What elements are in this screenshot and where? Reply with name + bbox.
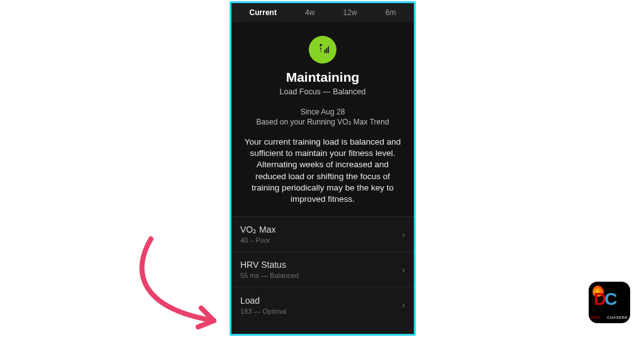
watermark-logo: DC DIGI CHASERS (589, 282, 630, 323)
status-title: Maintaining (286, 70, 360, 85)
svg-rect-1 (325, 50, 326, 53)
runner-bars-icon (316, 43, 330, 57)
svg-point-0 (319, 44, 322, 47)
status-badge (309, 36, 336, 64)
annotation-arrow (113, 233, 245, 337)
svg-rect-3 (328, 47, 329, 53)
metric-title: Load (240, 296, 286, 306)
metric-sub: 183 — Optimal (240, 307, 286, 315)
chevron-right-icon: › (402, 300, 405, 310)
svg-rect-2 (326, 48, 328, 53)
tab-12w[interactable]: 12w (337, 6, 364, 19)
chevron-right-icon: › (402, 229, 405, 240)
metric-row-vo2max[interactable]: VO₂ Max 40 – Poor › (231, 217, 414, 252)
status-basis: Based on your Running VO₂ Max Trend (256, 118, 389, 126)
watermark-left: DIGI (591, 316, 600, 319)
metric-title: VO₂ Max (240, 224, 276, 235)
metric-row-load[interactable]: Load 183 — Optimal › (231, 287, 414, 323)
tab-current[interactable]: Current (243, 6, 283, 19)
metric-title: HRV Status (240, 260, 299, 270)
status-description: Your current training load is balanced a… (231, 136, 414, 205)
tab-4w[interactable]: 4w (299, 6, 321, 19)
tab-6m[interactable]: 6m (379, 6, 402, 19)
phone-frame: Current 4w 12w 6m Maintaining Load Focus… (230, 1, 416, 336)
metrics-list: VO₂ Max 40 – Poor › HRV Status 55 ms — B… (231, 216, 414, 334)
status-panel: Maintaining Load Focus — Balanced Since … (231, 22, 414, 205)
metric-sub: 40 – Poor (240, 236, 276, 244)
status-since: Since Aug 28 (301, 108, 345, 116)
chevron-right-icon: › (402, 265, 405, 275)
metric-row-hrv[interactable]: HRV Status 55 ms — Balanced › (231, 252, 414, 287)
timeframe-tabs: Current 4w 12w 6m (231, 3, 414, 22)
watermark-main: DC (594, 290, 615, 308)
watermark-right: CHASERS (607, 316, 628, 319)
metric-sub: 55 ms — Balanced (240, 272, 299, 279)
load-focus: Load Focus — Balanced (280, 87, 366, 96)
